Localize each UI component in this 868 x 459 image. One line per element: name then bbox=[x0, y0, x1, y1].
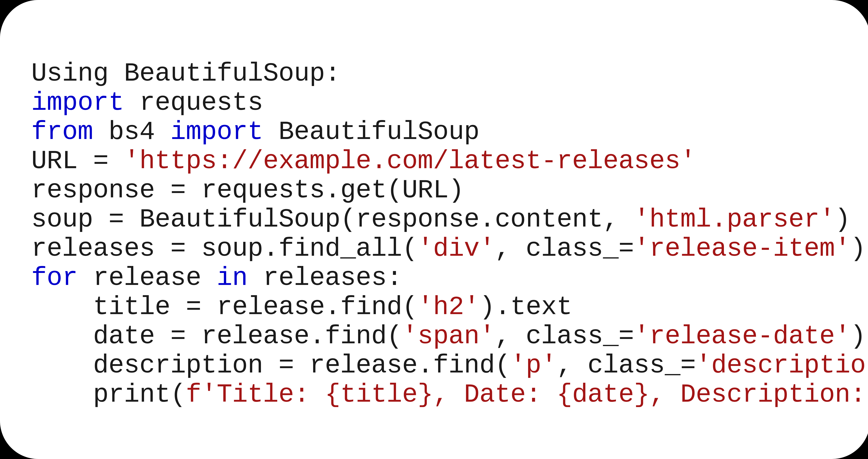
code-text: description = release.find( bbox=[31, 351, 510, 380]
python-code-block: Using BeautifulSoup: import requests fro… bbox=[31, 59, 839, 409]
string-literal: 'release-date' bbox=[634, 322, 850, 351]
code-text: ).text bbox=[850, 322, 868, 351]
code-text: soup = BeautifulSoup(response.content, bbox=[31, 205, 634, 234]
code-line-7: releases = soup.find_all('div', class_='… bbox=[31, 234, 866, 263]
code-text: release bbox=[78, 263, 217, 293]
code-text: , class_= bbox=[495, 234, 634, 263]
code-line-11: description = release.find('p', class_='… bbox=[31, 351, 868, 380]
string-literal: 'div' bbox=[417, 234, 495, 263]
string-literal: 'release-item' bbox=[634, 234, 850, 263]
code-text: releases = soup.find_all( bbox=[31, 234, 417, 263]
code-text: ) bbox=[835, 205, 850, 234]
code-line-5: response = requests.get(URL) bbox=[31, 176, 464, 205]
code-text: ) bbox=[850, 234, 866, 263]
string-literal: f'Title: {title}, Date: {date}, Descript… bbox=[186, 380, 868, 409]
code-text: , class_= bbox=[495, 322, 634, 351]
keyword-import: import bbox=[31, 88, 124, 118]
code-slide: Using BeautifulSoup: import requests fro… bbox=[0, 0, 868, 459]
keyword-in: in bbox=[217, 263, 248, 293]
code-line-4: URL = 'https://example.com/latest-releas… bbox=[31, 146, 696, 176]
code-text: , class_= bbox=[557, 351, 696, 380]
code-text: ).text bbox=[479, 292, 572, 322]
code-text: bs4 bbox=[93, 117, 170, 147]
string-literal: 'p' bbox=[510, 351, 557, 380]
code-line-9: title = release.find('h2').text bbox=[31, 292, 572, 322]
code-text: print( bbox=[31, 380, 186, 409]
code-line-8: for release in releases: bbox=[31, 263, 402, 293]
code-line-3: from bs4 import BeautifulSoup bbox=[31, 117, 479, 147]
code-text: BeautifulSoup bbox=[263, 117, 479, 147]
code-text: URL = bbox=[31, 146, 124, 176]
code-line-12: print(f'Title: {title}, Date: {date}, De… bbox=[31, 380, 868, 409]
code-text: requests bbox=[124, 88, 263, 118]
code-line-6: soup = BeautifulSoup(response.content, '… bbox=[31, 205, 850, 234]
string-literal: 'https://example.com/latest-releases' bbox=[124, 146, 696, 176]
string-literal: 'description' bbox=[696, 351, 868, 380]
keyword-import: import bbox=[170, 117, 263, 147]
code-text: date = release.find( bbox=[31, 322, 402, 351]
string-literal: 'h2' bbox=[417, 292, 479, 322]
keyword-from: from bbox=[31, 117, 93, 147]
string-literal: 'html.parser' bbox=[634, 205, 835, 234]
keyword-for: for bbox=[31, 263, 78, 293]
string-literal: 'span' bbox=[402, 322, 495, 351]
code-line-10: date = release.find('span', class_='rele… bbox=[31, 322, 868, 351]
code-text: releases: bbox=[248, 263, 402, 293]
code-line-2: import requests bbox=[31, 88, 263, 118]
code-line-1: Using BeautifulSoup: bbox=[31, 59, 340, 88]
code-text: title = release.find( bbox=[31, 292, 417, 322]
